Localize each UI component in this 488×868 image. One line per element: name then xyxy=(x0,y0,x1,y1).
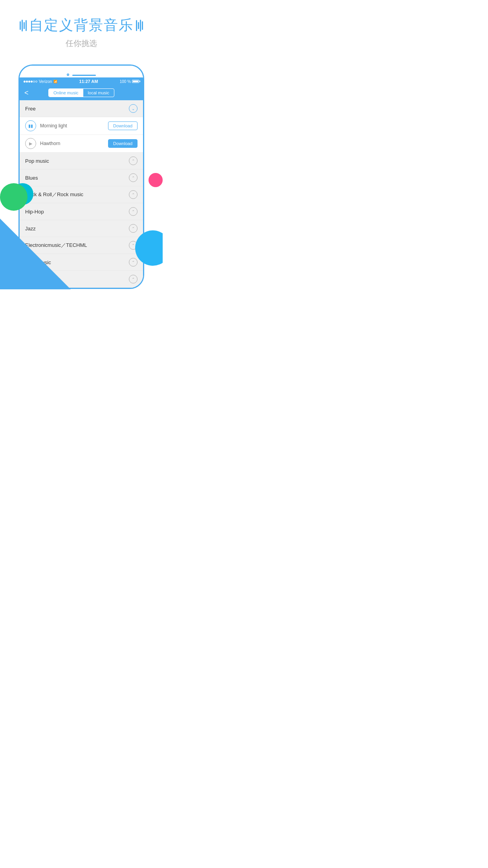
nav-bar: < Online music local music xyxy=(20,85,143,100)
download-button-hawthorn[interactable]: Download xyxy=(108,139,138,148)
camera-dot xyxy=(67,74,69,76)
signal-dot-3 xyxy=(28,81,30,83)
tab-online[interactable]: Online music xyxy=(49,89,83,97)
waveform-right xyxy=(136,20,143,31)
category-pop-label: Pop music xyxy=(25,158,49,164)
signal-dots xyxy=(24,81,37,83)
category-hiphop[interactable]: Hip-Hop ⌃ xyxy=(20,203,143,220)
top-section: 自定义背景音乐 任你挑选 xyxy=(0,0,163,57)
signal-dot-6 xyxy=(35,81,37,83)
blue-triangle-decoration xyxy=(0,219,71,289)
speaker-line xyxy=(72,75,96,76)
chevron-up-icon-children: ⌃ xyxy=(129,275,138,283)
status-left: Verizon 📶 xyxy=(24,79,57,84)
status-bar: Verizon 📶 11:27 AM 100 % xyxy=(20,77,143,85)
chevron-up-icon-latin: ⌃ xyxy=(129,258,138,267)
signal-dot-1 xyxy=(24,81,26,83)
chevron-up-icon-jazz: ⌃ xyxy=(129,224,138,233)
category-free-label: Free xyxy=(25,106,36,112)
battery-icon xyxy=(132,80,139,83)
chevron-up-icon-hiphop: ⌃ xyxy=(129,207,138,216)
green-circles-decoration xyxy=(0,175,35,211)
chevron-up-icon-rock: ⌃ xyxy=(129,190,138,199)
play-button-hawthorn[interactable]: ▶ xyxy=(25,138,36,149)
tab-group: Online music local music xyxy=(48,88,114,97)
category-rock[interactable]: Rock & Roll／Rock music ⌃ xyxy=(20,186,143,203)
song-name-morning-light: Morning light xyxy=(40,123,104,129)
category-pop[interactable]: Pop music ⌃ xyxy=(20,153,143,169)
back-button[interactable]: < xyxy=(24,89,29,97)
battery-fill xyxy=(133,81,138,82)
signal-dot-4 xyxy=(31,81,33,83)
chevron-down-icon-free: ⌄ xyxy=(129,104,138,113)
tab-local[interactable]: local music xyxy=(83,89,114,97)
waveform-left xyxy=(20,20,27,31)
category-blues[interactable]: Blues ⌃ xyxy=(20,169,143,186)
pause-button-morning-light[interactable]: ▮▮ xyxy=(25,120,36,131)
category-free[interactable]: Free ⌄ xyxy=(20,100,143,117)
signal-dot-5 xyxy=(33,81,35,83)
phone-top-decoration xyxy=(20,66,143,77)
chevron-up-icon-pop: ⌃ xyxy=(129,156,138,165)
title-text: 自定义背景音乐 xyxy=(29,16,134,35)
green-circle-large xyxy=(0,183,28,211)
song-row-hawthorn: ▶ Hawthorn Download xyxy=(20,135,143,153)
status-right: 100 % xyxy=(120,79,139,84)
wifi-icon: 📶 xyxy=(53,80,57,83)
main-title: 自定义背景音乐 xyxy=(8,16,155,35)
triangle-shape xyxy=(0,219,71,289)
song-name-hawthorn: Hawthorn xyxy=(40,141,104,146)
battery-pct: 100 % xyxy=(120,79,131,84)
status-time: 11:27 AM xyxy=(79,79,98,84)
chevron-up-icon-blues: ⌃ xyxy=(129,173,138,182)
song-row-morning-light: ▮▮ Morning light Download xyxy=(20,117,143,135)
subtitle-text: 任你挑选 xyxy=(8,38,155,49)
pink-circle-decoration xyxy=(149,173,163,187)
signal-dot-2 xyxy=(26,81,28,83)
carrier-name: Verizon xyxy=(39,79,52,84)
download-button-morning-light[interactable]: Download xyxy=(108,121,138,130)
